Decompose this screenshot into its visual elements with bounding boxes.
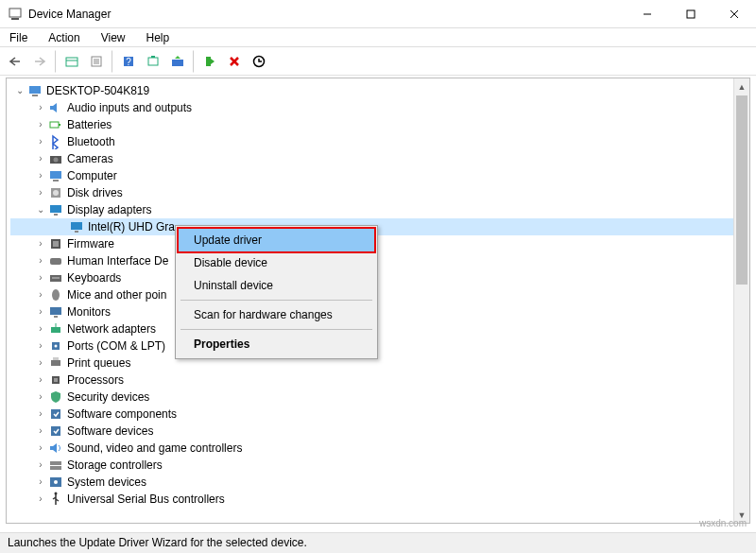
svg-rect-24 xyxy=(59,124,60,126)
bluetooth-icon xyxy=(48,134,63,149)
properties-button[interactable] xyxy=(85,50,108,73)
help-button[interactable]: ? xyxy=(117,50,140,73)
expand-icon[interactable]: › xyxy=(35,457,46,474)
disable-device-button[interactable] xyxy=(248,50,270,73)
svg-point-40 xyxy=(52,289,60,301)
ctx-disable-device[interactable]: Disable device xyxy=(179,251,374,274)
tree-node[interactable]: ›Software components xyxy=(10,406,749,423)
expand-icon[interactable]: › xyxy=(35,491,46,508)
svg-rect-53 xyxy=(50,461,61,465)
tree-node[interactable]: ›Ports (COM & LPT) xyxy=(10,337,749,354)
scan-button[interactable] xyxy=(142,50,164,73)
expand-icon[interactable]: › xyxy=(35,269,46,286)
tree-node[interactable]: ⌄Display adapters xyxy=(10,201,749,218)
menu-help[interactable]: Help xyxy=(141,29,176,46)
forward-button[interactable] xyxy=(28,50,51,73)
expand-icon[interactable]: › xyxy=(35,474,46,491)
expand-icon[interactable]: › xyxy=(35,440,46,457)
tree-node[interactable]: ›Bluetooth xyxy=(10,133,749,150)
tree-node[interactable]: ›Security devices xyxy=(10,389,749,406)
monitor-icon xyxy=(48,304,63,320)
svg-rect-51 xyxy=(51,409,60,419)
tree-node[interactable]: ›Monitors xyxy=(10,303,749,320)
tree-node[interactable]: ›Universal Serial Bus controllers xyxy=(10,491,749,508)
tree-node[interactable]: ›Firmware xyxy=(10,235,749,252)
hid-icon xyxy=(48,253,63,268)
toolbar: ? xyxy=(0,47,756,76)
svg-point-26 xyxy=(54,158,59,163)
tree-node[interactable]: ›Human Interface De xyxy=(10,252,749,269)
device-tree[interactable]: ⌄DESKTOP-504K819›Audio inputs and output… xyxy=(7,78,749,511)
expand-icon[interactable]: › xyxy=(35,167,46,184)
tree-node[interactable]: ›Print queues xyxy=(10,354,749,372)
tree-node[interactable]: ›System devices xyxy=(10,474,749,491)
tree-node[interactable]: ›Cameras xyxy=(10,150,749,167)
tree-node[interactable]: ›Disk drives xyxy=(10,184,749,201)
statusbar: Launches the Update Driver Wizard for th… xyxy=(0,532,756,553)
tree-node[interactable]: ›Mice and other poin xyxy=(10,286,749,303)
svg-rect-28 xyxy=(53,180,59,181)
ctx-scan-hardware[interactable]: Scan for hardware changes xyxy=(179,303,374,326)
expand-icon[interactable]: › xyxy=(35,303,46,320)
ctx-update-driver[interactable]: Update driver xyxy=(177,227,376,253)
expand-icon[interactable]: › xyxy=(35,184,46,201)
collapse-icon[interactable]: ⌄ xyxy=(35,201,46,218)
vertical-scrollbar[interactable]: ▲ ▼ xyxy=(733,78,749,523)
toolbar-separator xyxy=(193,50,195,73)
ctx-properties[interactable]: Properties xyxy=(179,333,374,355)
svg-rect-16 xyxy=(172,60,183,66)
svg-rect-17 xyxy=(206,57,211,66)
svg-rect-0 xyxy=(9,9,21,17)
expand-icon[interactable]: › xyxy=(35,320,46,337)
maximize-button[interactable] xyxy=(669,0,713,28)
expand-icon[interactable]: › xyxy=(35,286,46,303)
expand-icon[interactable]: › xyxy=(35,116,46,133)
expand-icon[interactable]: › xyxy=(35,406,46,423)
enable-device-button[interactable] xyxy=(198,50,221,73)
expand-icon[interactable]: › xyxy=(35,99,46,116)
minimize-button[interactable] xyxy=(626,0,669,28)
expand-icon[interactable]: › xyxy=(35,389,46,406)
ctx-uninstall-device[interactable]: Uninstall device xyxy=(179,274,374,297)
expand-icon[interactable]: › xyxy=(35,133,46,150)
node-label: System devices xyxy=(67,474,146,491)
menu-action[interactable]: Action xyxy=(43,29,85,46)
tree-node[interactable]: ›Sound, video and game controllers xyxy=(10,440,749,457)
expand-icon[interactable]: › xyxy=(35,235,46,252)
menu-file[interactable]: File xyxy=(4,29,33,46)
scroll-up-icon[interactable]: ▲ xyxy=(734,78,749,95)
close-button[interactable] xyxy=(713,0,756,28)
collapse-icon[interactable]: ⌄ xyxy=(14,82,26,99)
tree-node[interactable]: ›Processors xyxy=(10,372,749,389)
tree-node-child[interactable]: Intel(R) UHD Gra xyxy=(10,218,749,235)
back-button[interactable] xyxy=(4,50,26,73)
tree-node[interactable]: ›Audio inputs and outputs xyxy=(10,99,749,116)
tree-root[interactable]: ⌄DESKTOP-504K819 xyxy=(10,82,749,99)
svg-rect-34 xyxy=(75,231,78,233)
tree-node[interactable]: ›Batteries xyxy=(10,116,749,133)
uninstall-device-button[interactable] xyxy=(223,50,246,73)
tree-node[interactable]: ›Keyboards xyxy=(10,269,749,286)
tree-node[interactable]: ›Computer xyxy=(10,167,749,184)
show-hidden-button[interactable] xyxy=(60,50,83,73)
software-icon xyxy=(48,406,63,422)
svg-point-57 xyxy=(55,493,58,495)
tree-node[interactable]: ›Storage controllers xyxy=(10,457,749,474)
node-label: Bluetooth xyxy=(67,133,115,150)
node-label: Print queues xyxy=(67,354,130,372)
menu-view[interactable]: View xyxy=(95,29,131,46)
node-label: Cameras xyxy=(67,150,113,167)
tree-node[interactable]: ›Network adapters xyxy=(10,320,749,337)
svg-rect-37 xyxy=(50,258,61,265)
expand-icon[interactable]: › xyxy=(35,337,46,354)
expand-icon[interactable]: › xyxy=(35,423,46,440)
tree-node[interactable]: ›Software devices xyxy=(10,423,749,440)
svg-rect-1 xyxy=(11,18,19,20)
expand-icon[interactable]: › xyxy=(35,372,46,389)
update-driver-button[interactable] xyxy=(166,50,189,73)
expand-icon[interactable]: › xyxy=(35,252,46,269)
expand-icon[interactable]: › xyxy=(35,150,46,167)
node-label: Sound, video and game controllers xyxy=(67,440,242,457)
scroll-thumb[interactable] xyxy=(736,95,747,285)
expand-icon[interactable]: › xyxy=(35,354,46,372)
